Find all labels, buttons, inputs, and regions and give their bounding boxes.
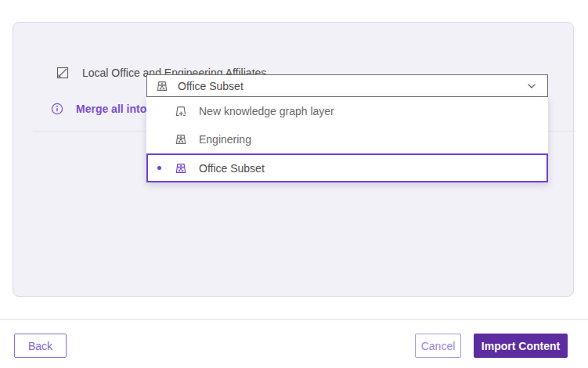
menu-item-label: New knowledge graph layer bbox=[199, 105, 334, 117]
chevron-down-icon[interactable] bbox=[527, 83, 536, 89]
knowledge-graph-layer-icon bbox=[175, 162, 187, 175]
import-content-dialog: Local Office and Engineering Affiliates … bbox=[0, 0, 588, 368]
edit-layer-icon bbox=[56, 67, 69, 79]
knowledge-graph-layer-icon bbox=[156, 80, 168, 92]
cancel-button[interactable]: Cancel bbox=[415, 334, 461, 358]
import-content-button[interactable]: Import Content bbox=[474, 334, 568, 358]
menu-item-label: Enginering bbox=[199, 133, 251, 146]
menu-item-enginering[interactable]: Enginering bbox=[146, 125, 548, 153]
merge-target-select[interactable]: Office Subset bbox=[146, 74, 548, 97]
merge-row: Merge all into bbox=[51, 98, 146, 120]
back-button[interactable]: Back bbox=[14, 334, 67, 358]
info-icon bbox=[51, 103, 63, 115]
select-value: Office Subset bbox=[178, 80, 243, 92]
selected-dot-icon bbox=[157, 166, 161, 170]
knowledge-graph-layer-icon bbox=[175, 133, 187, 146]
menu-item-office-subset[interactable]: Office Subset bbox=[146, 153, 548, 182]
menu-item-new-knowledge-graph-layer[interactable]: New knowledge graph layer bbox=[146, 97, 548, 125]
merge-target-dropdown-menu: New knowledge graph layer Enginering Off… bbox=[146, 97, 548, 182]
menu-item-label: Office Subset bbox=[199, 162, 265, 175]
new-knowledge-graph-layer-icon bbox=[175, 105, 187, 117]
footer-divider bbox=[0, 319, 588, 320]
merge-all-into-label: Merge all into bbox=[76, 103, 146, 115]
